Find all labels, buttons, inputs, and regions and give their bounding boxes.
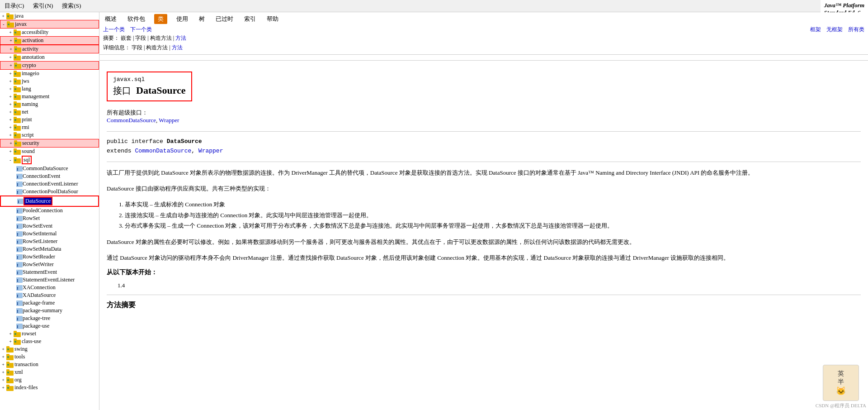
expand-script[interactable]: + [7, 133, 14, 138]
expand-sound[interactable]: + [7, 149, 14, 154]
sidebar-item-rmi[interactable]: + rmi [0, 124, 99, 131]
expand-activation[interactable]: + [8, 38, 14, 43]
sidebar-item-index-files[interactable]: + index-files [0, 384, 99, 391]
sidebar-item-sql[interactable]: - sql [0, 155, 99, 165]
decl-parent-CommonDataSource[interactable]: CommonDataSource [135, 148, 191, 154]
sidebar-item-sound[interactable]: + sound [0, 148, 99, 155]
sidebar-item-java[interactable]: + java [0, 12, 99, 20]
expand-annotation[interactable]: + [7, 55, 14, 60]
sidebar-item-ConnectionEvent[interactable]: I ConnectionEvent [0, 172, 99, 180]
allclasses-link[interactable]: 所有类 [848, 26, 864, 33]
sidebar-item-RowSetReader[interactable]: I RowSetReader [0, 253, 99, 261]
expand-lang[interactable]: + [7, 86, 14, 91]
tab-index[interactable]: 索引 [242, 14, 258, 24]
expand-security[interactable]: + [8, 141, 14, 146]
sidebar-item-javax[interactable]: - javax [0, 20, 99, 29]
expand-java[interactable]: + [0, 14, 6, 19]
sidebar-item-ConnectionEventListener[interactable]: I ConnectionEventListener [0, 180, 99, 188]
sidebar-item-package-use[interactable]: I package-use [0, 322, 99, 330]
sidebar-item-RowSetListener[interactable]: I RowSetListener [0, 238, 99, 245]
sidebar-item-StatementEvent[interactable]: I StatementEvent [0, 268, 99, 276]
tab-tree[interactable]: 树 [197, 14, 207, 24]
tab-help[interactable]: 帮助 [265, 14, 280, 24]
expand-print[interactable]: + [7, 117, 14, 122]
sidebar-item-net[interactable]: + net [0, 108, 99, 116]
expand-org[interactable]: + [0, 377, 6, 382]
superinterface-CommonDataSource[interactable]: CommonDataSource [107, 117, 156, 124]
sidebar-item-package-frame[interactable]: I package-frame [0, 299, 99, 307]
interface-icon-package-frame: I [16, 300, 23, 306]
sidebar-item-transaction[interactable]: + transaction [0, 361, 99, 368]
expand-transaction[interactable]: + [0, 362, 6, 367]
menu-search[interactable]: 搜索(S) [59, 1, 84, 11]
expand-activity[interactable]: + [8, 47, 14, 52]
sidebar-item-accessibility[interactable]: + accessibility [0, 29, 99, 36]
tab-package[interactable]: 软件包 [126, 14, 147, 24]
sidebar-item-RowSet[interactable]: I RowSet [0, 215, 99, 222]
tab-overview[interactable]: 概述 [103, 14, 118, 24]
sidebar-item-jws[interactable]: + jws [0, 77, 99, 85]
sidebar-item-crypto[interactable]: + crypto [0, 61, 99, 70]
summary-method-link[interactable]: 方法 [175, 35, 186, 41]
detail-method-link[interactable]: 方法 [172, 44, 183, 51]
expand-accessibility[interactable]: + [7, 30, 14, 35]
sidebar-item-package-summary[interactable]: I package-summary [0, 307, 99, 315]
sidebar-item-activation[interactable]: + activation [0, 36, 99, 45]
sidebar-item-xml[interactable]: + xml [0, 368, 99, 376]
decl-parent-Wrapper[interactable]: Wrapper [198, 148, 223, 154]
expand-swing[interactable]: + [0, 347, 6, 352]
sidebar-item-print[interactable]: + print [0, 116, 99, 124]
sidebar-item-XADataSource[interactable]: I XADataSource [0, 291, 99, 299]
expand-index-files[interactable]: + [0, 385, 6, 390]
sidebar-item-XAConnection[interactable]: I XAConnection [0, 284, 99, 291]
sidebar-item-class-use[interactable]: + class-use [0, 338, 99, 345]
sidebar-item-CommonDataSource[interactable]: I CommonDataSource [0, 165, 99, 172]
expand-management[interactable]: + [7, 94, 14, 99]
expand-imageio[interactable]: + [7, 71, 14, 76]
sidebar-item-PooledConnection[interactable]: I PooledConnection [0, 207, 99, 215]
expand-rmi[interactable]: + [7, 125, 14, 130]
sidebar-item-annotation[interactable]: + annotation [0, 53, 99, 61]
expand-jws[interactable]: + [7, 79, 14, 84]
sidebar-item-activity[interactable]: + activity [0, 45, 99, 53]
sidebar-item-naming[interactable]: + naming [0, 100, 99, 108]
next-class-link[interactable]: 下一个类 [130, 26, 152, 33]
frame-link[interactable]: 框架 [810, 26, 821, 33]
menu-index[interactable]: 索引(N) [30, 1, 56, 11]
expand-rowset[interactable]: + [7, 331, 14, 336]
svg-rect-122 [7, 387, 9, 389]
sidebar-item-tools[interactable]: + tools [0, 353, 99, 361]
expand-tools[interactable]: + [0, 354, 6, 359]
expand-crypto[interactable]: + [8, 63, 14, 68]
expand-class-use[interactable]: + [7, 339, 14, 344]
expand-javax[interactable]: - [0, 22, 7, 27]
sidebar-item-RowSetInternal[interactable]: I RowSetInternal [0, 230, 99, 238]
tab-class[interactable]: 类 [154, 14, 167, 24]
expand-naming[interactable]: + [7, 102, 14, 107]
expand-xml[interactable]: + [0, 370, 6, 375]
sidebar-label-jws: jws [22, 78, 29, 85]
sidebar-item-security[interactable]: + security [0, 139, 99, 148]
sidebar-item-lang[interactable]: + lang [0, 85, 99, 93]
sidebar-item-RowSetMetaData[interactable]: I RowSetMetaData [0, 245, 99, 253]
sidebar-item-package-tree[interactable]: I package-tree [0, 315, 99, 322]
sidebar-item-RowSetWriter[interactable]: I RowSetWriter [0, 261, 99, 268]
prev-class-link[interactable]: 上一个类 [103, 26, 125, 33]
expand-sql[interactable]: - [7, 157, 14, 162]
tab-deprecated[interactable]: 已过时 [214, 14, 235, 24]
menu-directory[interactable]: 目录(C) [2, 1, 27, 11]
tab-use[interactable]: 使用 [175, 14, 190, 24]
sidebar-item-RowSetEvent[interactable]: I RowSetEvent [0, 222, 99, 230]
sidebar-item-script[interactable]: + script [0, 131, 99, 139]
sidebar-item-swing[interactable]: + swing [0, 345, 99, 353]
sidebar-item-management[interactable]: + management [0, 93, 99, 100]
sidebar-item-org[interactable]: + org [0, 376, 99, 384]
superinterface-Wrapper[interactable]: Wrapper [159, 117, 179, 124]
expand-net[interactable]: + [7, 110, 14, 114]
sidebar-item-DataSource[interactable]: I DataSource [0, 195, 99, 207]
sidebar-item-rowset[interactable]: + rowset [0, 330, 99, 338]
sidebar-item-imageio[interactable]: + imageio [0, 70, 99, 77]
sidebar-item-StatementEventListener[interactable]: I StatementEventListener [0, 276, 99, 284]
sidebar-item-ConnectionPoolDataSour[interactable]: I ConnectionPoolDataSour [0, 188, 99, 195]
noframe-link[interactable]: 无框架 [826, 26, 843, 33]
